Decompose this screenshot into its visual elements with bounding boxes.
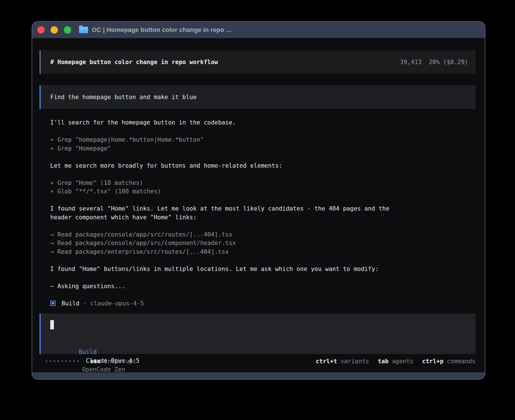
provider-name: OpenCode Zen (82, 366, 125, 372)
blank-line (50, 273, 475, 282)
maximize-button[interactable] (64, 26, 71, 34)
terminal-line: Let me search more broadly for buttons a… (50, 161, 475, 170)
token-count: 39,413 (400, 59, 422, 65)
terminal-line: I found "Home" buttons/links in multiple… (50, 265, 475, 274)
traffic-lights (37, 26, 71, 34)
agents-hint-label: agents (392, 358, 413, 365)
agent-build-icon (50, 301, 56, 306)
text-cursor (50, 320, 54, 329)
variants-hint: ctrl+t variants (316, 358, 369, 365)
terminal-line: → Read packages/console/app/src/componen… (50, 239, 475, 248)
blank-line (50, 127, 475, 136)
terminal-line: ∗ Grep "Homepage" (50, 144, 475, 153)
terminal-line: I found several "Home" links. Let me loo… (50, 204, 475, 213)
session-title: # Homepage button color change in repo w… (50, 59, 218, 65)
blank-line (50, 222, 475, 230)
user-message-text: Find the homepage button and make it blu… (50, 94, 197, 100)
blank-line (50, 170, 475, 179)
spinner-dots (46, 360, 79, 362)
terminal-line: → Read packages/console/app/src/routes/[… (50, 230, 475, 239)
input-meta-row: Build Claude Opus 4.5 OpenCode Zen (50, 339, 475, 348)
assistant-output: I'll search for the homepage button in t… (40, 118, 475, 290)
window-title: OC | Homepage button color change in rep… (92, 26, 231, 34)
close-button[interactable] (37, 26, 45, 34)
spinner-dot (58, 360, 59, 362)
agent-model: claude-opus-4-5 (90, 300, 144, 307)
status-left: esc interrupt (40, 358, 136, 365)
terminal-window: OC | Homepage button color change in rep… (32, 21, 485, 380)
context-usage: 20% ($0.29) (429, 59, 468, 65)
user-message: Find the homepage button and make it blu… (40, 85, 475, 109)
ctrl-t-key-hint: ctrl+t (316, 358, 337, 365)
spinner-dot (69, 360, 71, 362)
prompt-input[interactable]: Build Claude Opus 4.5 OpenCode Zen (40, 314, 475, 354)
blank-line (50, 196, 475, 205)
blank-line (50, 256, 475, 265)
terminal-line: header component which have "Home" links… (50, 213, 475, 222)
mode-label[interactable]: Build (79, 349, 97, 355)
commands-hint-label: commands (447, 358, 475, 365)
terminal-line: ∗ Glob "**/*.tsx" (100 matches) (50, 187, 475, 196)
session-header: # Homepage button color change in repo w… (40, 50, 475, 74)
variants-hint-label: variants (341, 358, 369, 365)
status-bar: esc interrupt ctrl+t variants tab agents… (40, 357, 475, 366)
spinner-dot (62, 360, 63, 362)
minimize-button[interactable] (51, 26, 58, 34)
session-stats: 39,41320% ($0.29) (400, 59, 468, 65)
agent-name: Build (62, 300, 79, 307)
agent-separator: · (83, 300, 87, 307)
terminal-line: ∗ Grep "Home" (18 matches) (50, 179, 475, 187)
terminal-line: → Read packages/enterprise/src/routes/[.… (50, 248, 475, 256)
terminal-content: # Homepage button color change in repo w… (32, 38, 485, 372)
spinner-dot (54, 360, 55, 362)
agent-status-row: Build · claude-opus-4-5 (40, 299, 475, 308)
folder-icon (79, 27, 88, 33)
agents-hint: tab agents (378, 358, 413, 365)
commands-hint: ctrl+p commands (422, 358, 475, 365)
window-titlebar: OC | Homepage button color change in rep… (32, 22, 485, 38)
spinner-dot (46, 360, 47, 362)
spinner-dot (66, 360, 67, 362)
terminal-line: ~ Asking questions... (50, 282, 475, 291)
spinner-dot (73, 360, 75, 362)
status-right: ctrl+t variants tab agents ctrl+p comman… (307, 358, 475, 365)
terminal-line: ∗ Grep "homepage|home.*button|Home.*butt… (50, 135, 475, 144)
esc-key-hint: esc (90, 358, 101, 365)
tab-key-hint: tab (378, 358, 389, 365)
window-bottom-bar (32, 372, 485, 379)
ctrl-p-key-hint: ctrl+p (422, 358, 444, 365)
spinner-dot (50, 360, 51, 362)
terminal-line: I'll search for the homepage button in t… (50, 118, 475, 127)
blank-line (50, 153, 475, 161)
spinner-dot (77, 360, 79, 362)
interrupt-hint-label: interrupt (104, 358, 136, 365)
